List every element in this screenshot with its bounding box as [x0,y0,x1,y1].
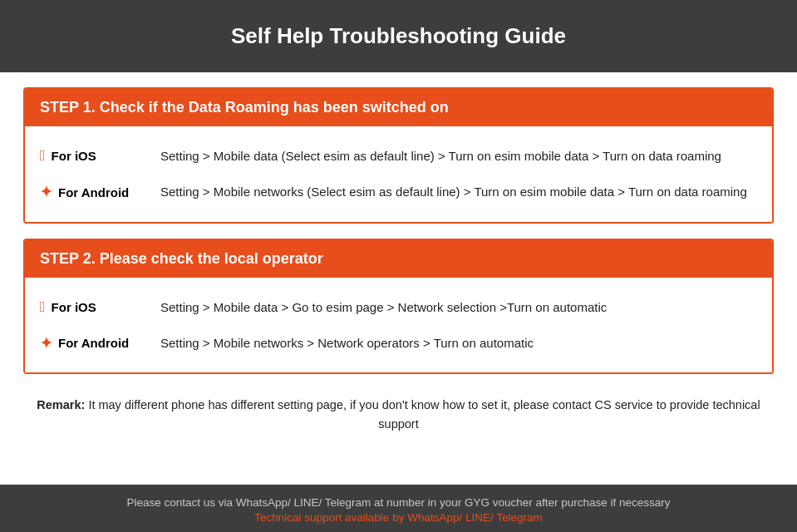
step1-ios-text: Setting > Mobile data (Select esim as de… [160,146,757,165]
step1-android-text: Setting > Mobile networks (Select esim a… [160,182,757,201]
footer-support-text: Technical support available by WhatsApp/… [17,511,780,524]
step1-heading: STEP 1. Check if the Data Roaming has be… [40,99,449,116]
remark-section: Remark: It may different phone has diffe… [23,389,774,442]
step2-ios-label:  For iOS [40,298,160,316]
step1-header: STEP 1. Check if the Data Roaming has be… [25,89,772,126]
step2-android-label: ✦ For Android [40,333,160,352]
step2-android-row: ✦ For Android Setting > Mobile networks … [40,325,757,361]
remark-text: It may different phone has different set… [88,398,760,431]
step2-heading: STEP 2. Please check the local operator [40,250,323,267]
step2-ios-text: Setting > Mobile data > Go to esim page … [160,298,757,317]
step1-ios-row:  For iOS Setting > Mobile data (Select … [40,138,757,174]
footer-contact-text: Please contact us via WhatsApp/ LINE/ Te… [17,496,780,509]
android-icon-2: ✦ [40,334,52,352]
android-icon: ✦ [40,183,52,201]
step1-ios-label:  For iOS [40,146,160,165]
remark-label: Remark: [37,398,85,411]
step2-android-text: Setting > Mobile networks > Network oper… [160,333,757,352]
footer: Please contact us via WhatsApp/ LINE/ Te… [0,485,797,532]
step1-android-row: ✦ For Android Setting > Mobile networks … [40,174,757,209]
apple-icon:  [40,147,46,165]
step2-card: STEP 2. Please check the local operator … [23,239,774,375]
step1-card: STEP 1. Check if the Data Roaming has be… [23,87,774,224]
main-content: STEP 1. Check if the Data Roaming has be… [0,72,797,485]
page-title: Self Help Troubleshooting Guide [17,23,780,49]
page-header: Self Help Troubleshooting Guide [0,0,797,72]
step1-body:  For iOS Setting > Mobile data (Select … [25,126,772,222]
step2-body:  For iOS Setting > Mobile data > Go to … [25,278,772,373]
step1-android-label: ✦ For Android [40,182,160,201]
apple-icon-2:  [40,298,46,316]
step2-ios-row:  For iOS Setting > Mobile data > Go to … [40,289,757,325]
step2-header: STEP 2. Please check the local operator [25,240,772,278]
